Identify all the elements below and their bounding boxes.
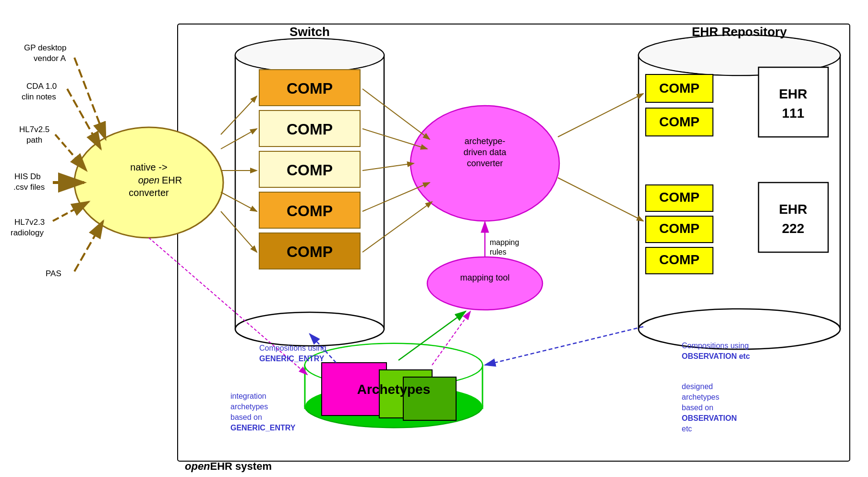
hl7v23-label: HL7v2.3 [14, 218, 45, 227]
ehr222-num: 222 [782, 221, 805, 236]
ehr222-comp3: COMP [659, 252, 699, 267]
integration-label4: GENERIC_ENTRY [230, 424, 296, 432]
ehr111-comp2: COMP [659, 114, 699, 129]
integration-label1: integration [230, 392, 266, 400]
svg-line-56 [558, 178, 643, 221]
ehr111-num: 111 [782, 106, 805, 121]
hl7v25-label2: path [26, 135, 42, 145]
comp-generic-label1: Compositions using [259, 344, 326, 352]
svg-rect-20 [759, 67, 828, 137]
svg-point-10 [236, 39, 384, 72]
svg-line-39 [74, 58, 106, 139]
svg-line-44 [74, 221, 103, 271]
mapping-rules-label2: rules [490, 248, 506, 256]
switch-comp3: COMP [287, 161, 333, 179]
gp-desktop-label: GP desktop [24, 43, 67, 52]
comp-obs-label1: Compositions using [682, 342, 749, 350]
comp-generic-label2: GENERIC_ENTRY [259, 355, 325, 363]
switch-comp4: COMP [287, 202, 333, 220]
switch-label: Switch [289, 24, 330, 39]
mapping-rules-label1: mapping [490, 238, 519, 246]
switch-comp1: COMP [287, 80, 333, 97]
arch-conv-label3: converter [467, 159, 503, 168]
gp-desktop-label2: vendor A [34, 54, 66, 63]
ehr-repo-label: EHR Repository [692, 24, 787, 39]
system-label: openEHR system [185, 460, 272, 472]
switch-comp2: COMP [287, 121, 333, 138]
diagram-canvas: Switch COMP COMP COMP COMP COMP EHR Repo… [0, 0, 868, 477]
designed-label1: designed [682, 382, 713, 391]
cda-label2: clin notes [22, 92, 56, 101]
his-label: HIS Db [14, 172, 41, 181]
hl7v23-label2: radiology [11, 228, 44, 237]
switch-comp5: COMP [287, 243, 333, 260]
ehr111-label: EHR [779, 86, 807, 101]
svg-line-43 [53, 202, 89, 221]
integration-label2: archetypes [230, 403, 268, 411]
svg-line-41 [55, 135, 86, 171]
ehr222-label: EHR [779, 202, 807, 217]
svg-line-62 [485, 327, 643, 365]
designed-label5: etc [682, 425, 692, 433]
ehr222-comp1: COMP [659, 190, 699, 205]
converter-label2: open [138, 175, 160, 185]
converter-label3: EHR [162, 175, 182, 185]
cda-label: CDA 1.0 [26, 82, 57, 91]
ehr111-comp1: COMP [659, 81, 699, 96]
arch-conv-label2: driven data [463, 147, 506, 157]
converter-label4: converter [129, 187, 169, 198]
designed-label3: based on [682, 404, 713, 412]
archetypes-label: Archetypes [357, 382, 431, 397]
converter-label1: native -> [130, 162, 167, 172]
hl7v25-label: HL7v2.5 [19, 125, 49, 134]
arch-conv-label1: archetype- [464, 136, 505, 146]
ehr222-comp2: COMP [659, 221, 699, 236]
mapping-tool-label1: mapping tool [460, 273, 509, 282]
svg-line-55 [558, 94, 643, 137]
svg-point-9 [235, 312, 384, 346]
svg-rect-23 [759, 183, 828, 252]
designed-label2: archetypes [682, 393, 719, 401]
his-label2: .csv files [13, 183, 45, 192]
svg-point-29 [427, 257, 542, 310]
svg-line-40 [67, 89, 101, 149]
integration-label3: based on [230, 413, 262, 421]
pas-label: PAS [46, 269, 61, 278]
designed-label4: OBSERVATION [682, 414, 737, 422]
comp-obs-label2: OBSERVATION etc [682, 352, 750, 360]
main-diagram: Switch COMP COMP COMP COMP COMP EHR Repo… [0, 0, 868, 477]
